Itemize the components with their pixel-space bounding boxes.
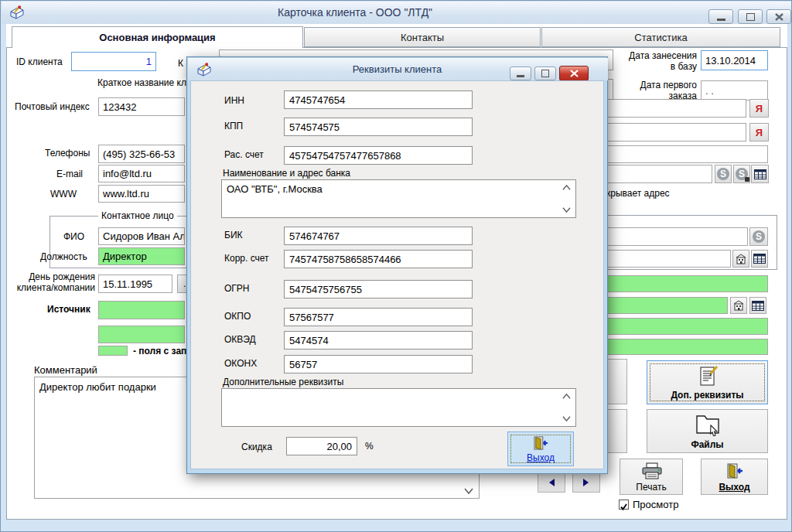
skype-button-2[interactable]: S bbox=[749, 227, 768, 246]
prev-record-button[interactable] bbox=[538, 472, 565, 493]
skype-icon: S bbox=[753, 230, 765, 243]
kpp-input[interactable]: 574574575 bbox=[284, 118, 473, 136]
discount-input[interactable]: 20,00 bbox=[286, 437, 357, 455]
main-exit-button[interactable]: Выход bbox=[701, 459, 768, 495]
scroll-up-icon[interactable] bbox=[562, 393, 572, 400]
source-label: Источник bbox=[47, 304, 90, 315]
inn-input[interactable]: 4745747654 bbox=[284, 90, 473, 109]
id-label: ID клиента bbox=[16, 56, 63, 67]
bank-textarea[interactable]: ОАО "ВТБ", г.Москва bbox=[221, 179, 576, 218]
www-input[interactable]: www.ltd.ru bbox=[98, 185, 185, 203]
next-record-button[interactable] bbox=[572, 472, 600, 493]
www-value: www.ltd.ru bbox=[103, 188, 149, 200]
main-exit-label: Выход bbox=[702, 482, 767, 493]
bik-input[interactable]: 574674767 bbox=[284, 227, 473, 245]
minimize-button[interactable] bbox=[708, 9, 733, 24]
date-added-line2: в базу bbox=[671, 61, 697, 72]
postcode-input[interactable]: 123432 bbox=[98, 97, 185, 116]
okpo-input[interactable]: 57567577 bbox=[284, 308, 473, 326]
first-order-label: Дата первого заказа bbox=[612, 80, 697, 101]
kpp-value: 574574575 bbox=[289, 121, 340, 133]
contact-person-legend: Контактное лицо bbox=[98, 210, 177, 221]
account-label: Рас. счет bbox=[224, 149, 264, 160]
files-label: Файлы bbox=[647, 439, 767, 450]
id-input[interactable]: 1 bbox=[71, 52, 156, 71]
email-input[interactable]: info@ltd.ru bbox=[98, 165, 185, 182]
grid-button-1[interactable] bbox=[751, 165, 769, 183]
app-note-pencil-icon bbox=[9, 5, 26, 20]
scroll-down-icon[interactable] bbox=[562, 415, 572, 422]
close-button[interactable] bbox=[766, 9, 791, 24]
restore-button[interactable] bbox=[738, 9, 763, 24]
bik-label: БИК bbox=[224, 230, 243, 240]
preview-checkbox[interactable] bbox=[619, 500, 629, 510]
discount-value: 20,00 bbox=[326, 441, 352, 452]
dialog-close-button[interactable] bbox=[559, 66, 589, 81]
first-order-input[interactable]: . . bbox=[701, 80, 768, 101]
first-order-line1: Дата первого bbox=[640, 80, 697, 90]
building-icon bbox=[736, 254, 746, 264]
okonh-value: 56757 bbox=[289, 359, 317, 370]
email-label: E-mail bbox=[56, 169, 83, 179]
dialog-exit-button[interactable]: Выход bbox=[507, 431, 574, 466]
folder-cursor-icon bbox=[694, 413, 723, 438]
okved-input[interactable]: 5474574 bbox=[284, 331, 473, 350]
scroll-down-icon[interactable] bbox=[463, 487, 474, 495]
arrow-right-icon bbox=[582, 478, 591, 487]
kpp-label: КПП bbox=[224, 121, 243, 131]
arrow-left-icon bbox=[547, 478, 556, 487]
tab-contacts[interactable]: Контакты bbox=[304, 27, 541, 47]
phones-input[interactable]: (495) 325-66-53 bbox=[98, 145, 185, 163]
grid-button-3[interactable] bbox=[749, 297, 766, 314]
building-button-2[interactable] bbox=[730, 297, 747, 314]
extra-requisites-button[interactable]: Доп. реквизиты bbox=[647, 360, 768, 404]
scroll-up-icon[interactable] bbox=[562, 184, 572, 191]
okonh-label: ОКОНХ bbox=[224, 358, 257, 369]
account-input[interactable]: 45754754757477657868 bbox=[284, 146, 473, 165]
okved-value: 5474574 bbox=[289, 335, 329, 346]
yandex-button-2[interactable]: Я bbox=[749, 123, 769, 142]
yandex-icon: Я bbox=[756, 103, 763, 114]
first-order-value: . . bbox=[705, 85, 714, 97]
hidden-label-fragment: К bbox=[178, 58, 183, 69]
source-input-1[interactable] bbox=[98, 301, 185, 319]
tab-stats[interactable]: Статистика bbox=[541, 27, 780, 47]
preview-label: Просмотр bbox=[633, 499, 678, 510]
phones-value: (495) 325-66-53 bbox=[103, 148, 175, 160]
postcode-value: 123432 bbox=[103, 101, 136, 113]
corr-input[interactable]: 74574758758658574466 bbox=[284, 250, 473, 268]
skype-button[interactable]: S bbox=[715, 165, 732, 183]
birthday-label-line1: День рождения bbox=[29, 271, 95, 282]
dialog-minimize-button[interactable] bbox=[510, 66, 531, 80]
print-button[interactable]: Печать bbox=[620, 459, 683, 495]
percent-sign: % bbox=[365, 441, 374, 452]
scroll-down-icon[interactable] bbox=[562, 206, 572, 213]
extra-textarea[interactable] bbox=[221, 388, 576, 427]
www-label: WWW bbox=[50, 189, 77, 200]
position-label: Должность bbox=[40, 251, 87, 262]
requisites-dialog: Реквизиты клиента ИНН 4745747654 КПП 574… bbox=[186, 56, 608, 474]
tab-stats-label: Статистика bbox=[634, 32, 687, 43]
dialog-restore-button[interactable] bbox=[534, 66, 556, 80]
document-edit-icon bbox=[697, 365, 720, 388]
tab-main-info[interactable]: Основная информация bbox=[12, 26, 303, 48]
birthday-input[interactable]: 15.11.1995 bbox=[98, 275, 172, 293]
date-added-input[interactable]: 13.10.2014 bbox=[701, 50, 768, 70]
source-input-2[interactable] bbox=[98, 326, 185, 343]
okpo-value: 57567577 bbox=[289, 312, 334, 323]
minimize-icon bbox=[717, 19, 725, 21]
email-value: info@ltd.ru bbox=[103, 168, 152, 179]
postcode-label: Почтовый индекс bbox=[15, 101, 90, 112]
fio-input[interactable]: Сидоров Иван Але bbox=[98, 227, 185, 245]
files-button[interactable]: Файлы bbox=[647, 409, 768, 453]
okonh-input[interactable]: 56757 bbox=[284, 355, 473, 373]
skype-call-button[interactable]: S bbox=[733, 165, 750, 183]
skype-call-icon: S bbox=[736, 168, 748, 180]
fio-label: ФИО bbox=[63, 231, 84, 242]
grid-button-2[interactable] bbox=[751, 250, 768, 268]
ogrn-input[interactable]: 5475475756755 bbox=[284, 280, 473, 298]
position-input[interactable]: Директор bbox=[98, 247, 185, 265]
yandex-button-1[interactable]: Я bbox=[749, 99, 769, 118]
building-button-1[interactable] bbox=[732, 250, 749, 268]
window-title: Карточка клиента - ООО "ЛТД" bbox=[278, 6, 432, 19]
